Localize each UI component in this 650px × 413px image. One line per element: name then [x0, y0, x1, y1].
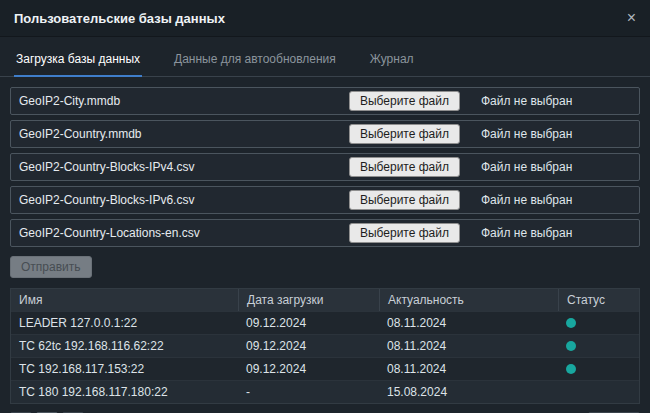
table-footer: ‹ 1 › Количество записей 10 ▼ [0, 404, 650, 413]
status-ok-icon [566, 341, 576, 351]
active-tab-underline [14, 75, 142, 77]
choose-file-button[interactable]: Выберите файл [349, 124, 460, 144]
upload-row-controls: Выберите файл Файл не выбран [349, 157, 631, 177]
tab-label: Журнал [370, 52, 414, 66]
cell-upload-date: 09.12.2024 [238, 335, 379, 357]
upload-row: GeoIP2-Country.mmdb Выберите файл Файл н… [10, 120, 640, 148]
upload-row-controls: Выберите файл Файл не выбран [349, 124, 631, 144]
cell-name: TC 62tc 192.168.116.62:22 [11, 335, 238, 357]
tab-autoupdate-data[interactable]: Данные для автообновления [172, 41, 338, 76]
tab-database-upload[interactable]: Загрузка базы данных [14, 41, 142, 76]
cell-upload-date: - [238, 381, 379, 403]
upload-row-controls: Выберите файл Файл не выбран [349, 91, 631, 111]
cell-upload-date: 09.12.2024 [238, 312, 379, 334]
file-not-chosen-label: Файл не выбран [481, 193, 631, 207]
table-row[interactable]: TC 62tc 192.168.116.62:22 09.12.2024 08.… [11, 334, 639, 357]
cell-status [558, 358, 639, 380]
choose-file-button[interactable]: Выберите файл [349, 91, 460, 111]
table-row[interactable]: TC 192.168.117.153:22 09.12.2024 08.11.2… [11, 357, 639, 380]
column-header-status: Статус [558, 289, 639, 311]
cell-name: LEADER 127.0.0.1:22 [11, 312, 238, 334]
column-header-upload-date: Дата загрузки [238, 289, 379, 311]
choose-file-button[interactable]: Выберите файл [349, 190, 460, 210]
column-header-actuality: Актуальность [379, 289, 558, 311]
table-header-row: Имя Дата загрузки Актуальность Статус [11, 289, 639, 311]
status-ok-icon [566, 364, 576, 374]
cell-name: TC 192.168.117.153:22 [11, 358, 238, 380]
upload-row: GeoIP2-Country-Locations-en.csv Выберите… [10, 219, 640, 247]
cell-status [558, 312, 639, 334]
close-icon[interactable]: × [627, 10, 636, 26]
cell-status [558, 335, 639, 357]
choose-file-button[interactable]: Выберите файл [349, 157, 460, 177]
file-not-chosen-label: Файл не выбран [481, 127, 631, 141]
tab-content: GeoIP2-City.mmdb Выберите файл Файл не в… [0, 77, 650, 404]
upload-filename: GeoIP2-Country.mmdb [19, 127, 142, 141]
file-not-chosen-label: Файл не выбран [481, 160, 631, 174]
cell-status [558, 381, 639, 403]
table-row[interactable]: LEADER 127.0.0.1:22 09.12.2024 08.11.202… [11, 311, 639, 334]
upload-filename: GeoIP2-Country-Blocks-IPv4.csv [19, 160, 194, 174]
upload-row-controls: Выберите файл Файл не выбран [349, 190, 631, 210]
file-not-chosen-label: Файл не выбран [481, 94, 631, 108]
upload-filename: GeoIP2-Country-Locations-en.csv [19, 226, 200, 240]
cell-name: TC 180 192.168.117.180:22 [11, 381, 238, 403]
modal-title: Пользовательские базы данных [14, 11, 225, 26]
upload-row: GeoIP2-Country-Blocks-IPv4.csv Выберите … [10, 153, 640, 181]
choose-file-button[interactable]: Выберите файл [349, 223, 460, 243]
upload-row-controls: Выберите файл Файл не выбран [349, 223, 631, 243]
file-not-chosen-label: Файл не выбран [481, 226, 631, 240]
databases-table: Имя Дата загрузки Актуальность Статус LE… [10, 288, 640, 404]
upload-row: GeoIP2-City.mmdb Выберите файл Файл не в… [10, 87, 640, 115]
cell-actuality: 08.11.2024 [379, 335, 558, 357]
cell-actuality: 15.08.2024 [379, 381, 558, 403]
tab-journal[interactable]: Журнал [368, 41, 416, 76]
cell-actuality: 08.11.2024 [379, 312, 558, 334]
custom-databases-modal: Пользовательские базы данных × Загрузка … [0, 0, 650, 413]
upload-filename: GeoIP2-Country-Blocks-IPv6.csv [19, 193, 194, 207]
tab-label: Загрузка базы данных [16, 52, 140, 66]
submit-button[interactable]: Отправить [10, 256, 92, 278]
column-header-name: Имя [11, 289, 238, 311]
status-ok-icon [566, 318, 576, 328]
upload-filename: GeoIP2-City.mmdb [19, 94, 120, 108]
cell-upload-date: 09.12.2024 [238, 358, 379, 380]
upload-row: GeoIP2-Country-Blocks-IPv6.csv Выберите … [10, 186, 640, 214]
cell-actuality: 08.11.2024 [379, 358, 558, 380]
tab-bar: Загрузка базы данных Данные для автообно… [0, 41, 650, 77]
modal-header: Пользовательские базы данных × [0, 0, 650, 37]
table-row[interactable]: TC 180 192.168.117.180:22 - 15.08.2024 [11, 380, 639, 403]
tab-label: Данные для автообновления [174, 52, 336, 66]
